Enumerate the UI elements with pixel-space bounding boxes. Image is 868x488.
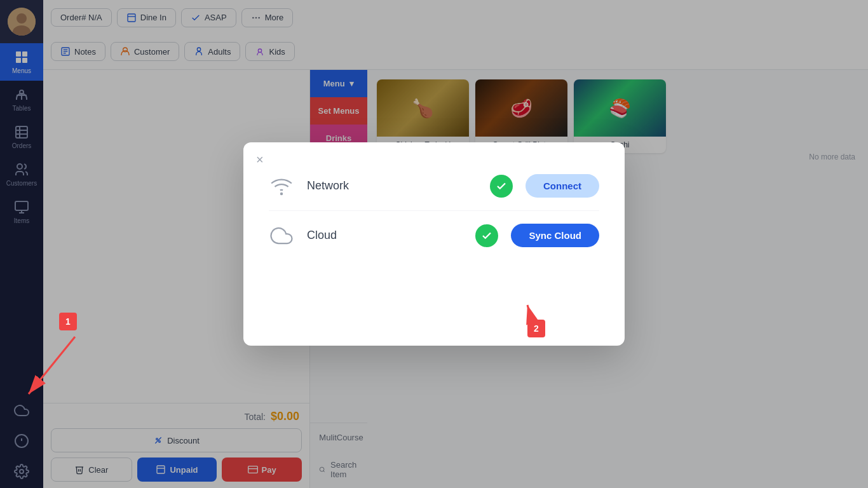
check-icon xyxy=(496,180,507,192)
network-icon xyxy=(269,175,294,198)
modal-dialog: × Network Connect xyxy=(243,142,625,346)
modal-cloud-row: Cloud Sync Cloud xyxy=(269,211,599,260)
modal-close-button[interactable]: × xyxy=(256,152,264,167)
cloud-icon xyxy=(269,224,294,247)
annotation-badge-1: 1 xyxy=(59,313,77,330)
cloud-label: Cloud xyxy=(307,229,463,242)
modal-overlay: × Network Connect xyxy=(0,0,868,488)
connect-label: Connect xyxy=(543,180,581,191)
check-icon-2 xyxy=(481,230,492,241)
sync-label: Sync Cloud xyxy=(529,230,581,241)
sync-cloud-button[interactable]: Sync Cloud xyxy=(511,224,599,247)
network-label: Network xyxy=(307,179,477,193)
annotation-badge-2: 2 xyxy=(527,320,545,337)
connect-button[interactable]: Connect xyxy=(526,174,599,198)
network-status xyxy=(490,175,513,198)
modal-network-row: Network Connect xyxy=(269,161,599,211)
cloud-status xyxy=(475,224,498,247)
